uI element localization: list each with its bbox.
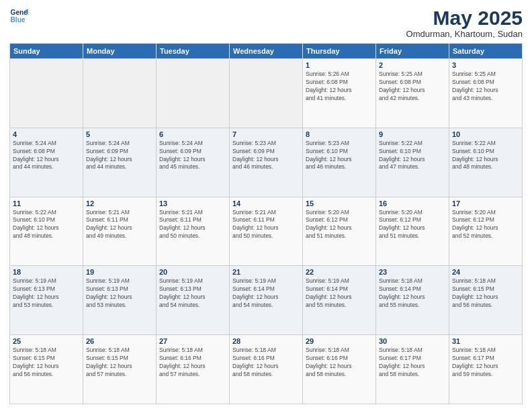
table-row: 26Sunrise: 5:18 AM Sunset: 6:15 PM Dayli… [83, 335, 157, 404]
day-info: Sunrise: 5:20 AM Sunset: 6:12 PM Dayligh… [306, 209, 373, 241]
table-row: 14Sunrise: 5:21 AM Sunset: 6:11 PM Dayli… [230, 197, 303, 266]
table-row: 11Sunrise: 5:22 AM Sunset: 6:10 PM Dayli… [10, 197, 83, 266]
table-row: 18Sunrise: 5:19 AM Sunset: 6:13 PM Dayli… [10, 266, 83, 335]
day-info: Sunrise: 5:23 AM Sunset: 6:09 PM Dayligh… [232, 140, 300, 172]
table-row: 15Sunrise: 5:20 AM Sunset: 6:12 PM Dayli… [303, 197, 376, 266]
table-row: 4Sunrise: 5:24 AM Sunset: 6:08 PM Daylig… [10, 128, 83, 197]
header-wednesday: Wednesday [230, 44, 303, 59]
table-row: 19Sunrise: 5:19 AM Sunset: 6:13 PM Dayli… [83, 266, 157, 335]
table-row: 24Sunrise: 5:18 AM Sunset: 6:15 PM Dayli… [449, 266, 523, 335]
day-number: 19 [86, 268, 153, 276]
table-row: 13Sunrise: 5:21 AM Sunset: 6:11 PM Dayli… [157, 197, 230, 266]
table-row: 29Sunrise: 5:18 AM Sunset: 6:16 PM Dayli… [303, 335, 376, 404]
day-number: 8 [306, 130, 373, 138]
table-row: 6Sunrise: 5:24 AM Sunset: 6:09 PM Daylig… [157, 128, 230, 197]
table-row [83, 59, 157, 128]
table-row: 10Sunrise: 5:22 AM Sunset: 6:10 PM Dayli… [449, 128, 523, 197]
table-row: 1Sunrise: 5:26 AM Sunset: 6:08 PM Daylig… [303, 59, 376, 128]
day-info: Sunrise: 5:25 AM Sunset: 6:08 PM Dayligh… [379, 71, 446, 103]
calendar-header-row: Sunday Monday Tuesday Wednesday Thursday… [10, 44, 523, 59]
calendar-table: Sunday Monday Tuesday Wednesday Thursday… [9, 43, 523, 404]
title-block: May 2025 Omdurman, Khartoum, Sudan [406, 7, 523, 39]
table-row: 5Sunrise: 5:24 AM Sunset: 6:09 PM Daylig… [83, 128, 157, 197]
day-info: Sunrise: 5:18 AM Sunset: 6:16 PM Dayligh… [159, 347, 226, 379]
day-info: Sunrise: 5:19 AM Sunset: 6:13 PM Dayligh… [159, 277, 226, 310]
day-number: 10 [452, 130, 519, 138]
table-row: 8Sunrise: 5:23 AM Sunset: 6:10 PM Daylig… [303, 128, 376, 197]
table-row [157, 59, 230, 128]
day-number: 26 [86, 337, 153, 345]
table-row: 28Sunrise: 5:18 AM Sunset: 6:16 PM Dayli… [230, 335, 303, 404]
day-info: Sunrise: 5:18 AM Sunset: 6:16 PM Dayligh… [306, 347, 373, 379]
day-number: 11 [13, 199, 80, 208]
calendar-week-row: 18Sunrise: 5:19 AM Sunset: 6:13 PM Dayli… [10, 266, 523, 335]
header-sunday: Sunday [10, 44, 83, 59]
svg-text:Blue: Blue [11, 16, 26, 24]
day-number: 20 [159, 268, 226, 276]
day-number: 17 [452, 199, 519, 208]
table-row: 23Sunrise: 5:18 AM Sunset: 6:14 PM Dayli… [376, 266, 449, 335]
day-number: 24 [452, 268, 519, 276]
day-info: Sunrise: 5:18 AM Sunset: 6:14 PM Dayligh… [379, 277, 446, 310]
header-thursday: Thursday [303, 44, 376, 59]
day-number: 1 [306, 61, 373, 69]
svg-text:General: General [11, 9, 28, 16]
table-row: 27Sunrise: 5:18 AM Sunset: 6:16 PM Dayli… [157, 335, 230, 404]
day-number: 31 [452, 337, 519, 345]
day-info: Sunrise: 5:18 AM Sunset: 6:16 PM Dayligh… [232, 347, 300, 379]
subtitle: Omdurman, Khartoum, Sudan [406, 29, 523, 39]
day-info: Sunrise: 5:18 AM Sunset: 6:17 PM Dayligh… [452, 347, 519, 379]
calendar-week-row: 25Sunrise: 5:18 AM Sunset: 6:15 PM Dayli… [10, 335, 523, 404]
table-row: 3Sunrise: 5:25 AM Sunset: 6:08 PM Daylig… [449, 59, 523, 128]
header-monday: Monday [83, 44, 157, 59]
header-tuesday: Tuesday [157, 44, 230, 59]
day-number: 12 [86, 199, 153, 208]
table-row: 31Sunrise: 5:18 AM Sunset: 6:17 PM Dayli… [449, 335, 523, 404]
day-number: 6 [159, 130, 226, 138]
day-info: Sunrise: 5:22 AM Sunset: 6:10 PM Dayligh… [379, 140, 446, 172]
table-row: 7Sunrise: 5:23 AM Sunset: 6:09 PM Daylig… [230, 128, 303, 197]
header-saturday: Saturday [449, 44, 523, 59]
day-info: Sunrise: 5:18 AM Sunset: 6:15 PM Dayligh… [13, 347, 80, 379]
day-number: 7 [232, 130, 300, 138]
day-info: Sunrise: 5:26 AM Sunset: 6:08 PM Dayligh… [306, 71, 373, 103]
table-row: 22Sunrise: 5:19 AM Sunset: 6:14 PM Dayli… [303, 266, 376, 335]
day-info: Sunrise: 5:19 AM Sunset: 6:13 PM Dayligh… [13, 277, 80, 310]
table-row: 17Sunrise: 5:20 AM Sunset: 6:12 PM Dayli… [449, 197, 523, 266]
day-info: Sunrise: 5:19 AM Sunset: 6:14 PM Dayligh… [306, 277, 373, 310]
day-info: Sunrise: 5:24 AM Sunset: 6:08 PM Dayligh… [13, 140, 80, 172]
day-info: Sunrise: 5:18 AM Sunset: 6:15 PM Dayligh… [452, 277, 519, 310]
day-number: 15 [306, 199, 373, 208]
day-info: Sunrise: 5:22 AM Sunset: 6:10 PM Dayligh… [452, 140, 519, 172]
day-number: 3 [452, 61, 519, 69]
day-number: 18 [13, 268, 80, 276]
day-info: Sunrise: 5:21 AM Sunset: 6:11 PM Dayligh… [86, 209, 153, 241]
day-info: Sunrise: 5:18 AM Sunset: 6:17 PM Dayligh… [379, 347, 446, 379]
day-number: 5 [86, 130, 153, 138]
day-number: 2 [379, 61, 446, 69]
calendar-week-row: 1Sunrise: 5:26 AM Sunset: 6:08 PM Daylig… [10, 59, 523, 128]
day-number: 4 [13, 130, 80, 138]
day-number: 30 [379, 337, 446, 345]
day-number: 21 [232, 268, 300, 276]
day-info: Sunrise: 5:18 AM Sunset: 6:15 PM Dayligh… [86, 347, 153, 379]
day-info: Sunrise: 5:20 AM Sunset: 6:12 PM Dayligh… [379, 209, 446, 241]
table-row: 9Sunrise: 5:22 AM Sunset: 6:10 PM Daylig… [376, 128, 449, 197]
table-row: 20Sunrise: 5:19 AM Sunset: 6:13 PM Dayli… [157, 266, 230, 335]
table-row: 30Sunrise: 5:18 AM Sunset: 6:17 PM Dayli… [376, 335, 449, 404]
day-info: Sunrise: 5:19 AM Sunset: 6:13 PM Dayligh… [86, 277, 153, 310]
day-number: 9 [379, 130, 446, 138]
table-row: 16Sunrise: 5:20 AM Sunset: 6:12 PM Dayli… [376, 197, 449, 266]
day-info: Sunrise: 5:21 AM Sunset: 6:11 PM Dayligh… [232, 209, 300, 241]
day-info: Sunrise: 5:23 AM Sunset: 6:10 PM Dayligh… [306, 140, 373, 172]
day-number: 22 [306, 268, 373, 276]
table-row: 2Sunrise: 5:25 AM Sunset: 6:08 PM Daylig… [376, 59, 449, 128]
logo: General Blue [9, 7, 28, 26]
day-number: 13 [159, 199, 226, 208]
day-number: 23 [379, 268, 446, 276]
table-row: 25Sunrise: 5:18 AM Sunset: 6:15 PM Dayli… [10, 335, 83, 404]
day-number: 27 [159, 337, 226, 345]
day-number: 29 [306, 337, 373, 345]
day-number: 28 [232, 337, 300, 345]
logo-icon: General Blue [9, 7, 28, 26]
